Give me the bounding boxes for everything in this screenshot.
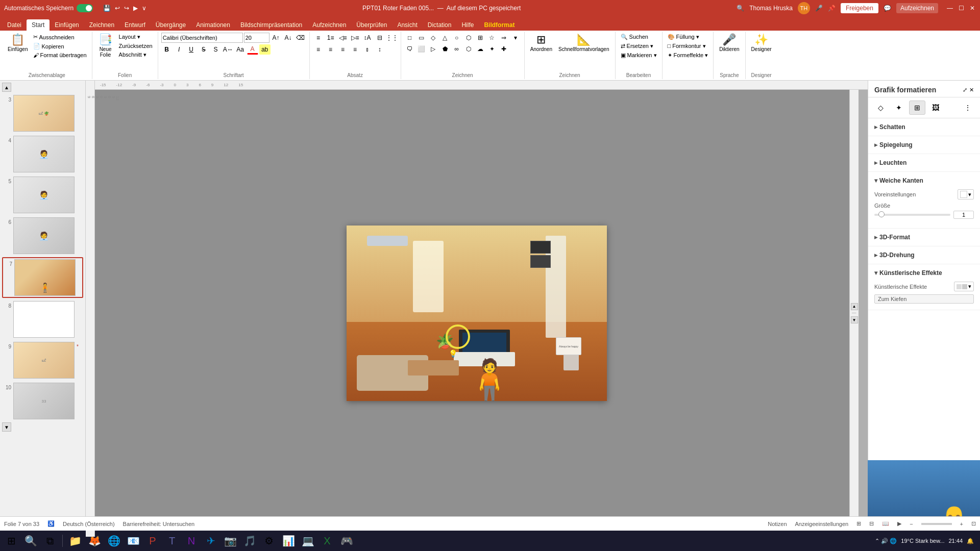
shadow-btn[interactable]: S: [210, 44, 222, 55]
highlight-btn[interactable]: ab: [259, 44, 271, 55]
slide-thumb-3[interactable]: 3 🛋 🪴: [2, 94, 83, 133]
app6-btn[interactable]: 🎮: [337, 532, 356, 550]
scroll-down-btn[interactable]: ▼: [2, 422, 11, 432]
tab-bildformat[interactable]: Bildformat: [479, 19, 520, 31]
ausschneiden-btn[interactable]: ✂ Ausschneiden: [31, 33, 88, 41]
text-direction-btn[interactable]: ↕A: [362, 33, 373, 43]
rect-btn[interactable]: □: [404, 33, 415, 43]
tab-zeichnen[interactable]: Zeichnen: [84, 19, 119, 31]
user-avatar[interactable]: TH: [798, 2, 810, 14]
bullet-list-btn[interactable]: ≡: [313, 33, 324, 43]
slide-thumb-6[interactable]: 6 🧑‍💼: [2, 216, 83, 255]
font-family-input[interactable]: [161, 33, 243, 43]
layout-btn[interactable]: Layout ▾: [117, 33, 155, 41]
panel-tab-layout[interactable]: ⊞: [909, 101, 925, 115]
more-icon[interactable]: ∨: [142, 5, 146, 12]
shape2-btn[interactable]: △: [439, 33, 451, 43]
save-icon[interactable]: 💾: [103, 5, 111, 12]
slide-thumb-4[interactable]: 4 🧑‍💼: [2, 135, 83, 173]
shape9-btn[interactable]: ⬜: [416, 44, 427, 54]
fuellung-btn[interactable]: 🎨 Füllung ▾: [666, 33, 710, 41]
shape6-btn[interactable]: ☆: [486, 33, 498, 43]
tab-ansicht[interactable]: Ansicht: [392, 19, 422, 31]
panel-tab-image[interactable]: 🖼: [927, 101, 944, 115]
present-icon[interactable]: ▶: [133, 5, 138, 12]
align-left-btn[interactable]: ≡: [313, 44, 324, 55]
suchen-btn[interactable]: 🔍 Suchen: [619, 33, 659, 41]
shape15-btn[interactable]: ✦: [486, 44, 498, 54]
tab-dictation[interactable]: Dictation: [423, 19, 457, 31]
smartart-btn[interactable]: ⋮⋮: [386, 33, 398, 43]
shape14-btn[interactable]: ☁: [475, 44, 486, 54]
teams-btn[interactable]: T: [163, 532, 181, 550]
share-btn[interactable]: Freigeben: [841, 3, 878, 13]
ribbon-icon[interactable]: 📌: [828, 5, 836, 12]
undo-icon[interactable]: ↩: [115, 5, 120, 12]
dictate-icon[interactable]: 🎤: [815, 5, 823, 12]
slideshow-btn[interactable]: ▶: [897, 520, 901, 527]
shape13-btn[interactable]: ⬡: [463, 44, 474, 54]
redo-icon[interactable]: ↪: [124, 5, 129, 12]
outlook-btn[interactable]: 📧: [124, 532, 142, 550]
notification-btn[interactable]: 🔔: [967, 538, 974, 544]
outdent-btn[interactable]: ◁≡: [337, 33, 349, 43]
panel-section-kuenstlerische-effekte[interactable]: Künstlerische Effekte Künstlerische Effe…: [868, 264, 980, 310]
schnellformat-btn[interactable]: 📐 Schnell­format­vorlagen: [556, 33, 612, 54]
comments-icon[interactable]: 💬: [884, 5, 891, 12]
strikethrough-btn[interactable]: S̶: [198, 44, 209, 55]
spacing-btn[interactable]: A↔: [223, 44, 234, 55]
shape12-btn[interactable]: ∞: [451, 44, 462, 54]
case-btn[interactable]: Aa: [235, 44, 246, 55]
slide-thumb-9[interactable]: 9 🛋 *: [2, 341, 83, 380]
zuruecksetzen-btn[interactable]: Zurücksetzen: [117, 42, 155, 50]
slide-thumb-5[interactable]: 5 🧑‍💼: [2, 176, 83, 214]
clear-format-btn[interactable]: ⌫: [295, 33, 306, 43]
tab-aufzeichnen[interactable]: Aufzeichnen: [307, 19, 351, 31]
shape4-btn[interactable]: ⬡: [463, 33, 474, 43]
shape1-btn[interactable]: ◇: [428, 33, 439, 43]
line-spacing-btn[interactable]: ↕: [374, 44, 385, 55]
app2-btn[interactable]: 🎵: [240, 532, 259, 550]
designer-btn[interactable]: ✨ Designer: [749, 33, 774, 54]
excel-btn[interactable]: X: [318, 532, 336, 550]
slide-canvas[interactable]: 🪴 💡: [347, 226, 607, 401]
neue-folie-btn[interactable]: 📑 NeueFolie: [95, 33, 116, 59]
panel-expand-icon[interactable]: ⤢: [963, 87, 967, 93]
panel-section-spiegelung[interactable]: Spiegelung: [868, 136, 980, 154]
zum-kiefen-btn[interactable]: Zum Kiefen: [874, 294, 974, 304]
shape8-btn[interactable]: 🗨: [404, 44, 415, 54]
anzeigeeinstellungen-btn[interactable]: Anzeigeeinstellungen: [795, 521, 849, 527]
kontur-btn[interactable]: □ Formkontur ▾: [666, 42, 710, 51]
panel-section-schatten[interactable]: Schatten: [868, 118, 980, 136]
tab-uebergaenge[interactable]: Übergänge: [151, 19, 191, 31]
align-center-btn[interactable]: ≡: [325, 44, 336, 55]
kopieren-btn[interactable]: 📄 Kopieren: [31, 42, 88, 51]
panel-section-leuchten[interactable]: Leuchten: [868, 154, 980, 172]
indent-btn[interactable]: ▷≡: [350, 33, 361, 43]
ersetzen-btn[interactable]: ⇄ Ersetzen ▾: [619, 42, 659, 51]
explorer-btn[interactable]: 📁: [66, 532, 84, 550]
autosave-area[interactable]: Automatisches Speichern: [4, 4, 93, 12]
groesse-slider[interactable]: [874, 214, 950, 216]
search-icon[interactable]: 🔍: [737, 5, 744, 12]
kuenstlerische-effekte-dropdown[interactable]: ▾: [954, 282, 974, 291]
justify-btn[interactable]: ≡: [350, 44, 361, 55]
font-size-input[interactable]: [244, 33, 270, 43]
slide-thumb-8[interactable]: 8: [2, 300, 83, 339]
minimize-btn[interactable]: —: [946, 5, 953, 12]
notizen-btn[interactable]: Notizen: [768, 521, 787, 527]
einfuegen-btn[interactable]: 📋 Einfügen: [5, 33, 30, 54]
more-shapes-btn[interactable]: ▾: [510, 33, 521, 43]
reading-view-btn[interactable]: 📖: [882, 520, 889, 527]
tab-praesentation[interactable]: Bildschirmpräsentation: [235, 19, 307, 31]
align-text-btn[interactable]: ⊟: [374, 33, 385, 43]
increase-font-btn[interactable]: A↑: [271, 33, 282, 43]
accessibility-label[interactable]: Barrierefreiheit: Untersuchen: [123, 521, 195, 527]
app1-btn[interactable]: 📷: [221, 532, 239, 550]
rounded-rect-btn[interactable]: ▭: [416, 33, 427, 43]
search-taskbar-btn[interactable]: 🔍: [21, 532, 40, 550]
panel-section-weiche-kanten[interactable]: Weiche Kanten Voreinstellungen ▾ Größe: [868, 172, 980, 229]
font-color-btn[interactable]: A: [247, 44, 258, 55]
slide-thumb-10[interactable]: 10 33: [2, 382, 83, 420]
anordnen-btn[interactable]: ⊞ Anordnen: [528, 33, 555, 54]
